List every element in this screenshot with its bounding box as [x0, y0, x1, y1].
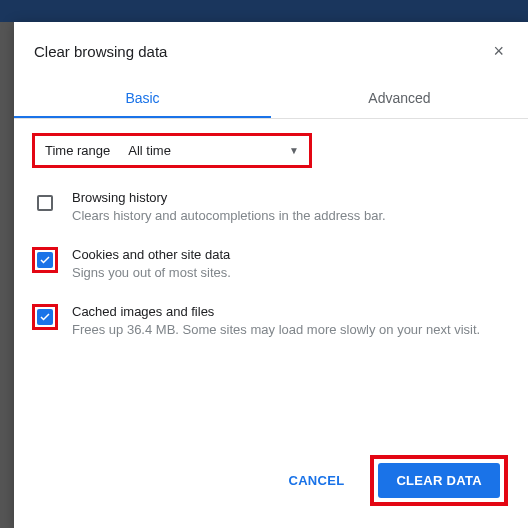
checkbox-wrap [32, 304, 58, 330]
option-cookies: Cookies and other site data Signs you ou… [32, 247, 510, 282]
dialog-header: Clear browsing data × [14, 22, 528, 72]
option-text: Cookies and other site data Signs you ou… [72, 247, 510, 282]
time-range-select[interactable]: All time ▼ [128, 143, 299, 158]
checkbox-wrap [32, 247, 58, 273]
option-description: Clears history and autocompletions in th… [72, 207, 510, 225]
checkbox-wrap [32, 190, 58, 216]
tab-advanced[interactable]: Advanced [271, 78, 528, 118]
option-title: Cached images and files [72, 304, 510, 319]
tabs: Basic Advanced [14, 78, 528, 119]
clear-browsing-data-dialog: Clear browsing data × Basic Advanced Tim… [14, 22, 528, 528]
close-icon[interactable]: × [489, 38, 508, 64]
checkbox-cookies[interactable] [37, 252, 53, 268]
option-text: Cached images and files Frees up 36.4 MB… [72, 304, 510, 339]
clear-data-highlight: CLEAR DATA [370, 455, 508, 506]
dialog-title: Clear browsing data [34, 43, 167, 60]
option-description: Signs you out of most sites. [72, 264, 510, 282]
dialog-content: Time range All time ▼ Browsing history C… [14, 119, 528, 443]
option-title: Browsing history [72, 190, 510, 205]
option-browsing-history: Browsing history Clears history and auto… [32, 190, 510, 225]
tab-basic[interactable]: Basic [14, 78, 271, 118]
checkbox-cached[interactable] [37, 309, 53, 325]
option-title: Cookies and other site data [72, 247, 510, 262]
time-range-value: All time [128, 143, 171, 158]
dialog-footer: CANCEL CLEAR DATA [14, 443, 528, 528]
chevron-down-icon: ▼ [289, 145, 299, 156]
option-description: Frees up 36.4 MB. Some sites may load mo… [72, 321, 510, 339]
time-range-label: Time range [45, 143, 110, 158]
option-cached: Cached images and files Frees up 36.4 MB… [32, 304, 510, 339]
check-icon [39, 311, 51, 323]
check-icon [39, 254, 51, 266]
option-text: Browsing history Clears history and auto… [72, 190, 510, 225]
time-range-row: Time range All time ▼ [32, 133, 312, 168]
browser-top-bar [0, 0, 528, 22]
cancel-button[interactable]: CANCEL [276, 463, 356, 498]
clear-data-button[interactable]: CLEAR DATA [378, 463, 500, 498]
checkbox-browsing-history[interactable] [37, 195, 53, 211]
